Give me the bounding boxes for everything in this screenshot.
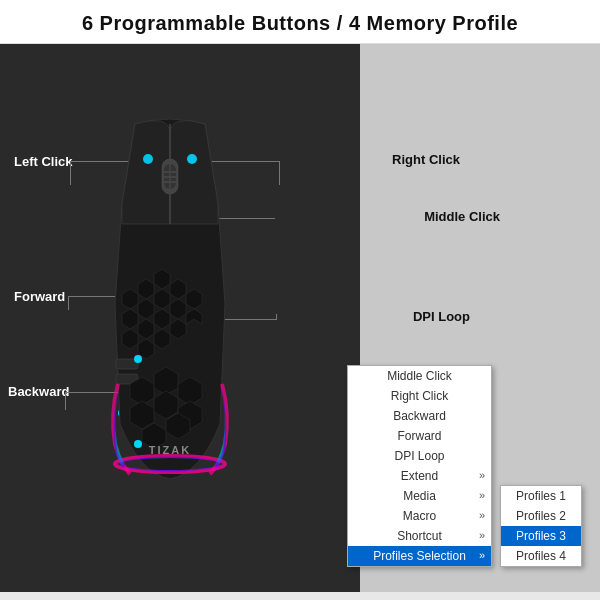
content-area: Left Click Right Click Middle Click Forw… bbox=[0, 44, 600, 592]
dropdown-menu: Middle Click Right Click Backward Forwar… bbox=[347, 365, 492, 567]
svg-point-7 bbox=[187, 154, 197, 164]
menu-item-dpi-loop[interactable]: DPI Loop bbox=[348, 446, 491, 466]
dpi-loop-line-v bbox=[276, 314, 277, 320]
profiles-selection-arrow: » bbox=[479, 549, 485, 561]
profile-item-1[interactable]: Profiles 1 bbox=[501, 486, 581, 506]
dpi-loop-label: DPI Loop bbox=[413, 309, 470, 324]
menu-item-backward[interactable]: Backward bbox=[348, 406, 491, 426]
right-click-label: Right Click bbox=[392, 152, 460, 167]
svg-point-6 bbox=[143, 154, 153, 164]
title-bar: 6 Programmable Buttons / 4 Memory Profil… bbox=[0, 0, 600, 44]
macro-arrow: » bbox=[479, 509, 485, 521]
middle-click-label: Middle Click bbox=[424, 209, 500, 224]
forward-line-v bbox=[68, 296, 69, 310]
page-title: 6 Programmable Buttons / 4 Memory Profil… bbox=[10, 12, 590, 35]
menu-item-profiles-selection[interactable]: Profiles Selection » bbox=[348, 546, 491, 566]
menu-item-forward[interactable]: Forward bbox=[348, 426, 491, 446]
forward-label: Forward bbox=[14, 289, 65, 304]
shortcut-arrow: » bbox=[479, 529, 485, 541]
profiles-panel: Profiles 1 Profiles 2 Profiles 3 Profile… bbox=[500, 485, 582, 567]
profile-item-4[interactable]: Profiles 4 bbox=[501, 546, 581, 566]
mouse-image: TIZAK bbox=[70, 104, 270, 488]
menu-item-right-click[interactable]: Right Click bbox=[348, 386, 491, 406]
profile-item-2[interactable]: Profiles 2 bbox=[501, 506, 581, 526]
left-click-label: Left Click bbox=[14, 154, 73, 169]
right-click-line-v bbox=[279, 161, 280, 185]
svg-point-37 bbox=[134, 355, 142, 363]
profile-item-3[interactable]: Profiles 3 bbox=[501, 526, 581, 546]
svg-point-38 bbox=[134, 440, 142, 448]
menu-item-shortcut[interactable]: Shortcut » bbox=[348, 526, 491, 546]
extend-arrow: » bbox=[479, 469, 485, 481]
menu-item-media[interactable]: Media » bbox=[348, 486, 491, 506]
menu-item-extend[interactable]: Extend » bbox=[348, 466, 491, 486]
menu-item-middle-click[interactable]: Middle Click bbox=[348, 366, 491, 386]
backward-label: Backward bbox=[8, 384, 69, 399]
main-container: 6 Programmable Buttons / 4 Memory Profil… bbox=[0, 0, 600, 600]
menu-item-macro[interactable]: Macro » bbox=[348, 506, 491, 526]
backward-line-v bbox=[65, 392, 66, 410]
media-arrow: » bbox=[479, 489, 485, 501]
